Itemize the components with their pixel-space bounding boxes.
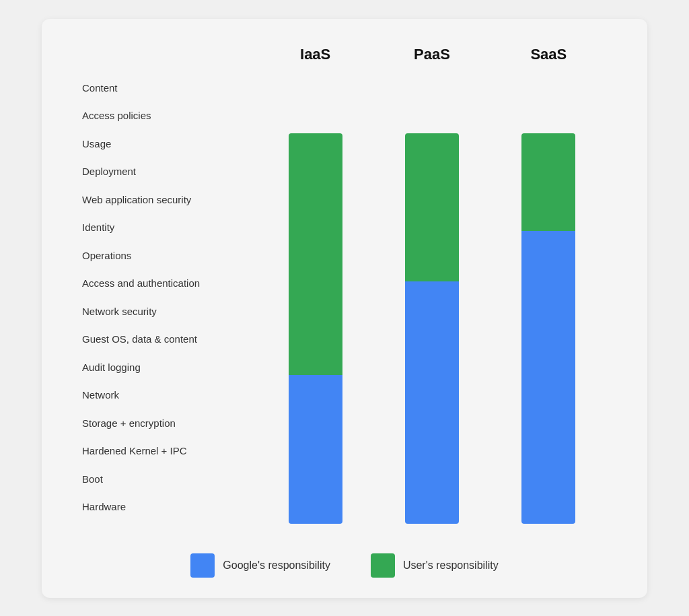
- row-label: Network security: [82, 306, 244, 316]
- bars-row: [257, 70, 607, 524]
- row-label: Hardware: [82, 502, 244, 512]
- bar-wrapper-iaas: [289, 133, 342, 524]
- bar-col-iaas: [275, 70, 356, 524]
- row-label: Identity: [82, 222, 244, 232]
- legend: Google's responsibility User's responsib…: [82, 543, 607, 578]
- user-swatch: [371, 553, 395, 578]
- row-label: Storage + encryption: [82, 418, 244, 428]
- col-header-saas: SaaS: [508, 46, 589, 63]
- user-label: User's responsibility: [403, 559, 499, 572]
- labels-column: ContentAccess policiesUsageDeploymentWeb…: [82, 46, 244, 524]
- user-segment-saas: [521, 133, 575, 231]
- row-label: Access and authentication: [82, 278, 244, 288]
- user-segment-iaas: [289, 133, 342, 376]
- chart-card: ContentAccess policiesUsageDeploymentWeb…: [42, 19, 647, 598]
- chart-area: ContentAccess policiesUsageDeploymentWeb…: [82, 46, 607, 524]
- bar-wrapper-saas: [521, 133, 575, 524]
- google-segment-saas: [521, 231, 575, 524]
- row-label: Content: [82, 83, 244, 93]
- row-label: Boot: [82, 474, 244, 484]
- row-label: Web application security: [82, 195, 244, 205]
- row-label: Operations: [82, 250, 244, 261]
- bar-col-saas: [508, 70, 589, 524]
- row-label: Usage: [82, 139, 244, 149]
- row-label: Deployment: [82, 166, 244, 176]
- user-segment-paas: [405, 133, 459, 281]
- legend-user: User's responsibility: [371, 553, 499, 578]
- col-header-paas: PaaS: [392, 46, 472, 63]
- row-label: Access policies: [82, 110, 244, 121]
- row-label: Guest OS, data & content: [82, 334, 244, 344]
- google-segment-paas: [405, 281, 459, 524]
- legend-google: Google's responsibility: [190, 553, 330, 578]
- row-label: Audit logging: [82, 362, 244, 372]
- row-label: Network: [82, 390, 244, 400]
- header-row: IaaS PaaS SaaS: [257, 46, 607, 63]
- google-swatch: [190, 553, 215, 578]
- bars-area: IaaS PaaS SaaS: [257, 46, 607, 524]
- col-header-iaas: IaaS: [275, 46, 356, 63]
- google-segment-iaas: [289, 375, 342, 523]
- bar-wrapper-paas: [405, 133, 459, 524]
- row-label: Hardened Kernel + IPC: [82, 446, 244, 456]
- bar-col-paas: [392, 70, 472, 524]
- google-label: Google's responsibility: [223, 559, 330, 572]
